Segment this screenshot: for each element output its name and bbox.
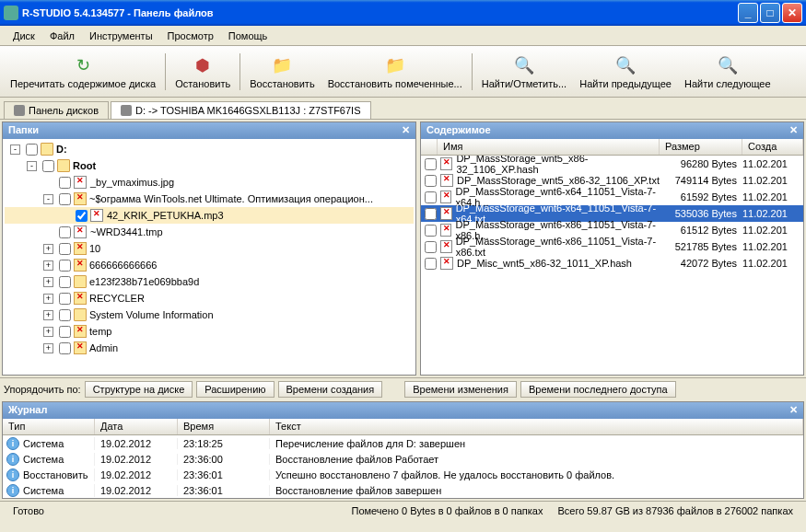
list-row[interactable]: DP_MassStorage_wnt5_x86-32_1106_XP.hash9… [421,156,803,172]
sort-bar: Упорядочить по:Структуре на дискеРасшире… [0,377,806,399]
log-type: Система [23,454,64,465]
tree-checkbox[interactable] [59,293,71,305]
close-button[interactable]: ✕ [782,3,802,23]
tree-checkbox[interactable] [59,260,71,272]
expand-icon[interactable]: + [43,244,53,254]
journal-close-icon[interactable]: ✕ [789,404,798,417]
menu-Диск[interactable]: Диск [6,29,42,43]
tree-checkbox[interactable] [26,144,38,156]
contents-close-icon[interactable]: ✕ [789,124,798,137]
sort-btn[interactable]: Расширению [196,381,274,398]
maximize-button[interactable]: □ [760,3,780,23]
tree-checkbox[interactable] [59,193,71,205]
tree-checkbox[interactable] [76,210,88,222]
tree-checkbox[interactable] [59,309,71,321]
toolbar-Остановить[interactable]: ⬢Остановить [169,48,236,96]
log-text: Восстановление файлов завершен [270,485,803,496]
tree-label: 666666666666 [89,260,157,271]
row-checkbox[interactable] [425,258,437,270]
row-checkbox[interactable] [425,191,437,203]
expand-icon[interactable]: + [43,294,53,304]
col-name-header[interactable]: Имя [438,139,660,155]
tree-row[interactable]: +RECYCLER [5,290,414,306]
menu-Инструменты[interactable]: Инструменты [82,29,160,43]
folderx-icon [74,341,87,354]
statusbar: Готово Помечено 0 Bytes в 0 файлов в 0 п… [0,501,806,519]
sort-btn[interactable]: Времени последнего доступа [520,381,676,398]
journal-panel: Журнал ✕ Тип Дата Время Текст iСистема19… [2,401,804,499]
tree-checkbox[interactable] [59,243,71,255]
tree-checkbox[interactable] [59,276,71,288]
tree-checkbox[interactable] [42,160,54,172]
list-row[interactable]: DP_Misc_wnt5_x86-32_1011_XP.hash42072 By… [421,255,803,272]
folder-tree[interactable]: -D:-Root_by_vmaximus.jpg-~$ограмма WinTo… [3,139,415,375]
toolbar-Найти/Отметить...[interactable]: 🔍Найти/Отметить... [476,48,572,96]
journal-row[interactable]: iСистема19.02.201223:36:01Восстановление… [3,482,803,498]
expand-icon[interactable]: + [43,260,53,271]
col-size-header[interactable]: Размер [660,139,742,155]
menu-Помощь[interactable]: Помощь [221,29,275,43]
folders-close-icon[interactable]: ✕ [402,124,410,137]
toolbar-Восстановить[interactable]: 📁Восстановить [244,48,320,96]
tree-checkbox[interactable] [59,342,71,354]
tab[interactable]: D: -> TOSHIBA MK1646GSXLB113J : Z7STF67I… [111,101,370,119]
tree-row[interactable]: +666666666666 [5,257,414,273]
expand-icon[interactable]: + [43,310,53,320]
sort-btn[interactable]: Структуре на диске [85,381,193,398]
sort-btn[interactable]: Времени создания [278,381,383,398]
tree-row[interactable]: +System Volume Information [5,306,414,323]
row-checkbox[interactable] [425,208,437,220]
file-name: DP_MassStorage_wnt6-x86_11051_Vista-7-x8… [456,236,660,258]
expand-icon[interactable]: + [43,277,53,287]
menu-Просмотр[interactable]: Просмотр [160,29,221,43]
tree-row[interactable]: +10 [5,240,414,257]
toolbar-Перечитать содержимое диска[interactable]: ↻Перечитать содержимое диска [5,48,161,96]
toolbar-Восстановить помеченные...[interactable]: 📁Восстановить помеченные... [322,48,468,96]
tree-row[interactable]: -Root [5,157,414,174]
tab[interactable]: Панель дисков [4,101,109,119]
expand-icon[interactable]: - [10,145,20,155]
tree-row[interactable]: +e123f238b71e069bba9d [5,273,414,290]
file-list[interactable]: DP_MassStorage_wnt5_x86-32_1106_XP.hash9… [421,156,803,375]
tree-label: Admin [89,342,118,353]
row-checkbox[interactable] [425,241,437,253]
tree-row[interactable]: +Admin [5,340,414,356]
tree-row[interactable]: _by_vmaximus.jpg [5,174,414,191]
expand-icon[interactable]: - [27,161,37,171]
row-checkbox[interactable] [425,158,437,170]
col-date-header[interactable]: Созда [742,139,803,155]
toolbar-Найти предыдущее[interactable]: 🔍Найти предыдущее [574,48,677,96]
minimize-button[interactable]: _ [738,3,758,23]
file-name: DP_MassStorage_wnt5_x86-32_1106_XP.hash [456,156,660,175]
folderx-icon [74,325,87,338]
tree-row[interactable]: ~WRD3441.tmp [5,224,414,240]
row-checkbox[interactable] [425,225,437,237]
tree-row[interactable]: +temp [5,323,414,340]
status-left: Готово [6,505,52,516]
toolbar-Найти следующее[interactable]: 🔍Найти следующее [679,48,777,96]
tree-row[interactable]: -~$ограмма WinTools.net Ultimate. Оптими… [5,191,414,207]
folder-icon [57,159,70,172]
tree-row[interactable]: 42_KRIK_PETUKHA.mp3 [5,207,414,224]
list-row[interactable]: DP_MassStorage_wnt6-x86_11051_Vista-7-x8… [421,238,803,255]
list-header[interactable]: Имя Размер Созда [421,139,803,156]
menubar: ДискФайлИнструментыПросмотрПомощь [0,26,806,46]
tabs: Панель дисковD: -> TOSHIBA MK1646GSXLB11… [0,98,806,120]
expand-icon[interactable]: + [43,327,53,337]
expand-icon[interactable]: + [43,343,53,353]
tree-checkbox[interactable] [59,226,71,238]
tree-checkbox[interactable] [59,326,71,338]
row-checkbox[interactable] [425,175,437,187]
journal-columns[interactable]: Тип Дата Время Текст [3,419,803,435]
journal-row[interactable]: iСистема19.02.201223:18:25Перечисление ф… [3,435,803,451]
sort-label: Упорядочить по: [4,384,81,395]
info-icon: i [6,453,19,466]
expand-icon[interactable]: - [43,194,53,204]
tree-row[interactable]: -D: [5,141,414,157]
menu-Файл[interactable]: Файл [42,29,82,43]
journal-row[interactable]: iСистема19.02.201223:36:00Восстановление… [3,451,803,467]
journal-row[interactable]: iВосстановить19.02.201223:36:01Успешно в… [3,467,803,482]
tree-label: ~WRD3441.tmp [90,226,163,237]
sort-btn[interactable]: Времени изменения [404,381,517,398]
tree-checkbox[interactable] [59,177,71,189]
